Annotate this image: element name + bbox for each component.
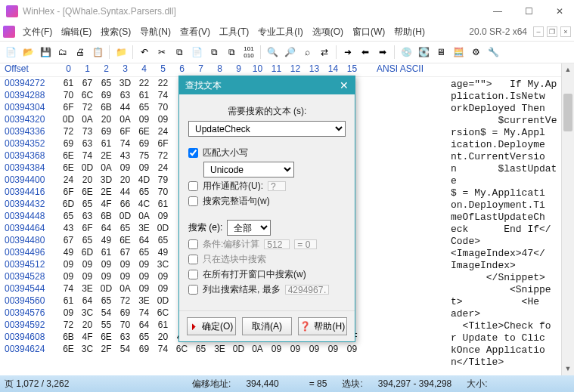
wildcard-checkbox[interactable]	[188, 181, 198, 191]
paste-icon[interactable]: 📄	[189, 45, 204, 60]
tool-icon[interactable]: 🔧	[486, 45, 501, 60]
sel-label: 选块:	[342, 378, 362, 390]
title-bar: WinHex - [QWhale.Syntax.Parsers.dll] — ☐…	[0, 0, 574, 23]
doc-icon	[3, 26, 15, 38]
close-button[interactable]: ✕	[551, 5, 568, 18]
cancel-button[interactable]: 取消(A)	[242, 317, 291, 335]
menu-item[interactable]: 帮助(H)	[389, 25, 430, 39]
col-header: 8	[210, 63, 229, 76]
encoding-select[interactable]: Unicode	[203, 162, 294, 177]
row-offset: 00394432	[0, 198, 59, 210]
row-offset: 00394320	[0, 113, 59, 125]
menu-item[interactable]: 窗口(W)	[348, 25, 389, 39]
copy-icon[interactable]: ⧉	[172, 45, 187, 60]
find-hex-icon[interactable]: 🔎	[282, 45, 297, 60]
status-bar: 页 1,072 / 3,262 偏移地址: 394,440 = 85 选块: 3…	[0, 375, 574, 392]
mdi-min-button[interactable]: –	[533, 26, 544, 37]
selection-only-checkbox[interactable]	[188, 255, 198, 264]
offset-header: Offset	[0, 63, 59, 76]
offset-value: 394,440	[246, 378, 278, 389]
menu-item[interactable]: 搜索(S)	[96, 25, 135, 39]
save-all-icon[interactable]: 🗂	[55, 45, 70, 60]
row-offset: 00394288	[0, 89, 59, 101]
binary-icon[interactable]: 101010	[241, 45, 256, 60]
copy-hex-icon[interactable]: ⧉	[206, 45, 222, 60]
col-header: 11	[267, 63, 286, 76]
save-icon[interactable]: 💾	[38, 45, 53, 60]
row-offset: 00394608	[0, 331, 59, 343]
help-button[interactable]: ❓帮助(H)	[298, 317, 347, 335]
row-offset: 00394304	[0, 101, 59, 113]
row-offset: 00394496	[0, 246, 59, 258]
row-offset: 00394624	[0, 343, 59, 355]
mdi-max-button[interactable]: ❐	[547, 26, 557, 37]
menu-item[interactable]: 选项(O)	[308, 25, 348, 39]
vertical-scrollbar[interactable]: ▲ ▼	[561, 63, 574, 375]
print-icon[interactable]: 🖨	[73, 45, 88, 60]
search-text-label: 需要搜索的文本 (s):	[188, 105, 346, 118]
match-case-label: 匹配大小写	[203, 147, 248, 159]
folder-icon[interactable]: 📁	[113, 45, 129, 60]
search-scope-select[interactable]: 全部	[227, 220, 271, 236]
wildcard-char-input[interactable]	[268, 181, 286, 191]
disk2-icon[interactable]: 💽	[416, 45, 431, 60]
menu-item[interactable]: 导航(N)	[135, 25, 175, 39]
menu-item[interactable]: 文件(F)	[18, 25, 57, 39]
new-file-icon[interactable]: 📄	[3, 45, 18, 60]
undo-icon[interactable]: ↶	[137, 45, 152, 60]
cut-icon[interactable]: ✂	[154, 45, 169, 60]
find-text-icon[interactable]: 🔍	[265, 45, 280, 60]
menu-item[interactable]: 专业工具(I)	[253, 25, 307, 39]
row-offset: 00394528	[0, 270, 59, 282]
calc-icon[interactable]: 🧮	[451, 45, 466, 60]
replace-icon[interactable]: ⇄	[317, 45, 332, 60]
row-bytes[interactable]: 6E3C2F5469746C653E0D0A0909090909	[59, 343, 371, 355]
all-windows-label: 在所有打开窗口中搜索(w)	[203, 268, 306, 281]
whole-sentence-checkbox[interactable]	[188, 196, 198, 206]
all-windows-checkbox[interactable]	[188, 270, 198, 279]
dialog-titlebar[interactable]: 查找文本 ✕	[179, 76, 355, 94]
col-header: 4	[135, 63, 154, 76]
wildcard-label: 用作通配符(U):	[203, 180, 263, 193]
forward-icon[interactable]: ➡	[375, 45, 390, 60]
ok-button[interactable]: ⏵确定(O)	[187, 317, 236, 335]
maximize-button[interactable]: ☐	[520, 5, 538, 18]
match-case-checkbox[interactable]	[188, 148, 198, 158]
mdi-close-button[interactable]: ×	[560, 26, 571, 37]
ascii-panel[interactable]: age=""> If My.Ap plication.IsNetw orkDep…	[451, 79, 560, 375]
goto-icon[interactable]: ➜	[340, 45, 355, 60]
back-icon[interactable]: ⬅	[358, 45, 373, 60]
paste-hex-icon[interactable]: ⧉	[224, 45, 239, 60]
page-status: 页 1,072 / 3,262	[5, 378, 69, 390]
menu-item[interactable]: 编辑(E)	[57, 25, 96, 39]
dialog-title: 查找文本	[185, 79, 222, 92]
menu-item[interactable]: 查看(V)	[175, 25, 215, 39]
disk-icon[interactable]: 💿	[399, 45, 414, 60]
find-text-dialog: 查找文本 ✕ 需要搜索的文本 (s): UpdateCheck 匹配大小写 Un…	[178, 76, 355, 342]
list-results-checkbox[interactable]	[188, 285, 198, 295]
properties-icon[interactable]: 📋	[90, 45, 105, 60]
col-header: 9	[229, 63, 248, 76]
row-offset: 00394336	[0, 125, 59, 137]
row-offset: 00394576	[0, 307, 59, 319]
gear-icon[interactable]: ⚙	[468, 45, 483, 60]
scroll-thumb[interactable]	[563, 94, 572, 131]
app-icon	[6, 5, 18, 17]
scroll-down-icon[interactable]: ▼	[562, 363, 574, 375]
scroll-up-icon[interactable]: ▲	[562, 63, 574, 76]
find-again-icon[interactable]: ⌕	[299, 45, 315, 60]
ram-icon[interactable]: 🖥	[433, 45, 448, 60]
col-header: 13	[305, 63, 324, 76]
menu-item[interactable]: 工具(T)	[215, 25, 253, 39]
window-title: WinHex - [QWhale.Syntax.Parsers.dll]	[23, 6, 489, 17]
col-header: 10	[248, 63, 267, 76]
menu-bar: 文件(F)编辑(E)搜索(S)导航(N)查看(V)工具(T)专业工具(I)选项(…	[0, 23, 574, 41]
cond-v2-input	[294, 239, 317, 249]
open-folder-icon[interactable]: 📂	[20, 45, 36, 60]
row-offset: 00394448	[0, 210, 59, 222]
condition-checkbox[interactable]	[188, 239, 198, 249]
row-offset: 00394512	[0, 258, 59, 270]
dialog-close-icon[interactable]: ✕	[340, 79, 349, 91]
minimize-button[interactable]: —	[489, 5, 507, 18]
search-text-input[interactable]: UpdateCheck	[188, 121, 346, 137]
